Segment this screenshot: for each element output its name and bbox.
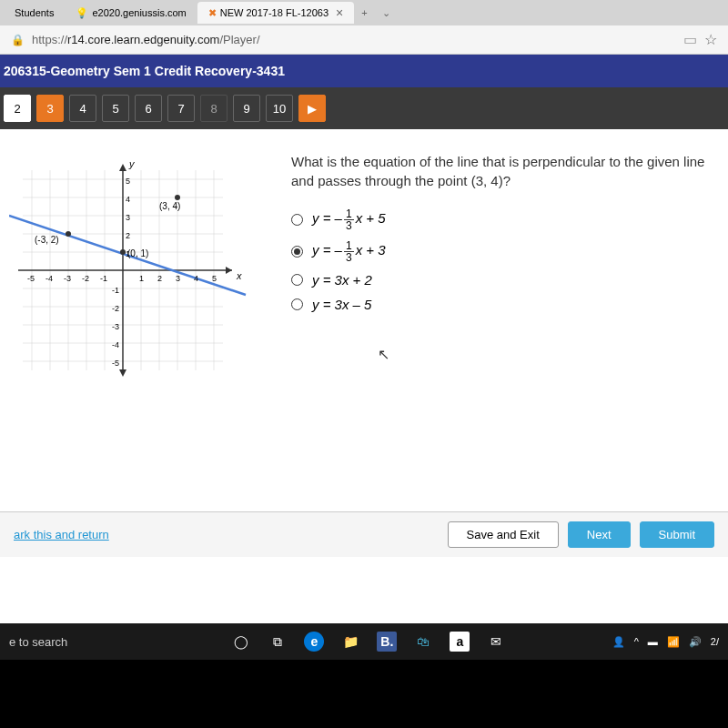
nav-item-2[interactable]: 2	[4, 95, 31, 122]
svg-text:5: 5	[212, 274, 217, 283]
svg-text:4: 4	[194, 274, 198, 283]
b-app-icon[interactable]: B.	[377, 632, 397, 652]
radio-c[interactable]	[291, 274, 303, 286]
answer-option-a[interactable]: y = –13x + 5	[291, 208, 719, 231]
svg-text:-5: -5	[112, 359, 119, 368]
folder-icon[interactable]: 📁	[340, 632, 360, 652]
svg-text:-2: -2	[112, 304, 119, 313]
volume-icon[interactable]: 🔊	[689, 636, 702, 648]
svg-text:-4: -4	[46, 274, 53, 283]
question-nav: 2 3 4 5 6 7 8 9 10 ▶	[0, 87, 728, 129]
svg-text:-4: -4	[112, 340, 119, 349]
nav-item-4[interactable]: 4	[69, 95, 96, 122]
nav-item-8[interactable]: 8	[200, 95, 228, 122]
answer-d-text: y = 3x – 5	[312, 297, 371, 312]
coordinate-graph: y x (-3, 2) (0, 1) (3, 4) 5 4 3 2 1 -1 -…	[9, 147, 255, 393]
mail-icon[interactable]: ✉	[486, 632, 506, 652]
cortana-icon[interactable]: ◯	[231, 632, 251, 652]
taskbar-search[interactable]: e to search	[9, 635, 67, 649]
nav-next-arrow[interactable]: ▶	[298, 95, 326, 122]
svg-text:-3: -3	[64, 274, 71, 283]
tab-dropdown-icon[interactable]: ⌄	[375, 7, 398, 19]
svg-text:(3, 4): (3, 4)	[159, 201, 180, 211]
taskview-icon[interactable]: ⧉	[268, 632, 288, 652]
next-button[interactable]: Next	[568, 521, 631, 548]
close-tab-icon[interactable]: ×	[336, 5, 343, 20]
radio-b[interactable]	[291, 246, 303, 258]
battery-icon[interactable]: ▬	[648, 636, 658, 647]
wifi-icon[interactable]: 📶	[667, 636, 680, 648]
nav-item-6[interactable]: 6	[135, 95, 162, 122]
svg-text:5: 5	[126, 177, 130, 186]
nav-item-3[interactable]: 3	[36, 95, 64, 122]
mark-return-link[interactable]: ark this and return	[14, 528, 109, 541]
people-icon[interactable]: 👤	[612, 636, 625, 648]
svg-marker-23	[119, 164, 126, 171]
question-text: What is the equation of the line that is…	[291, 152, 719, 190]
answer-c-text: y = 3x + 2	[312, 272, 372, 288]
store-icon[interactable]: 🛍	[413, 632, 433, 652]
submit-button[interactable]: Submit	[640, 521, 714, 548]
lock-icon: 🔒	[11, 34, 25, 46]
svg-text:4: 4	[126, 195, 130, 204]
course-title-bar: 206315-Geometry Sem 1 Credit Recovery-34…	[0, 55, 728, 87]
nav-item-10[interactable]: 10	[266, 95, 293, 122]
svg-text:2: 2	[157, 274, 162, 283]
svg-text:-1: -1	[100, 274, 107, 283]
svg-text:3: 3	[176, 274, 180, 283]
tab-e2020[interactable]: 💡 e2020.geniussis.com	[65, 4, 197, 23]
answer-option-d[interactable]: y = 3x – 5	[291, 297, 719, 312]
nav-item-7[interactable]: 7	[167, 95, 195, 122]
bookmark-star-icon[interactable]: ☆	[704, 31, 717, 48]
svg-text:-5: -5	[27, 274, 35, 283]
answer-option-c[interactable]: y = 3x + 2	[291, 272, 719, 288]
svg-text:-2: -2	[82, 274, 89, 283]
svg-marker-22	[226, 267, 232, 274]
tray-chevron-icon[interactable]: ^	[634, 636, 639, 647]
svg-point-28	[175, 195, 180, 200]
svg-text:x: x	[236, 270, 242, 281]
a-app-icon[interactable]: a	[450, 632, 470, 652]
svg-text:3: 3	[126, 213, 130, 222]
save-exit-button[interactable]: Save and Exit	[448, 521, 559, 548]
address-bar[interactable]: 🔒 https://r14.core.learn.edgenuity.com/P…	[0, 25, 728, 55]
clock[interactable]: 2/	[711, 636, 719, 647]
svg-point-26	[66, 231, 71, 237]
radio-a[interactable]	[291, 214, 303, 226]
browser-tabs: Students 💡 e2020.geniussis.com ✖ NEW 201…	[0, 0, 728, 25]
new-tab-button[interactable]: +	[354, 7, 374, 18]
nav-item-5[interactable]: 5	[102, 95, 129, 122]
svg-text:y: y	[128, 158, 136, 169]
system-tray[interactable]: 👤 ^ ▬ 📶 🔊 2/	[612, 636, 719, 648]
svg-text:1: 1	[126, 249, 130, 258]
edge-icon[interactable]: e	[304, 632, 324, 652]
tab-active[interactable]: ✖ NEW 2017-18 FL-12063 ×	[197, 2, 354, 24]
answer-option-b[interactable]: y = –13x + 3	[291, 240, 719, 263]
svg-text:1: 1	[139, 274, 144, 283]
svg-marker-24	[119, 369, 126, 377]
reader-icon[interactable]: ▭	[683, 31, 697, 48]
radio-d[interactable]	[291, 298, 303, 310]
url-text: https://r14.core.learn.edgenuity.com/Pla…	[32, 33, 676, 46]
svg-text:2: 2	[126, 231, 130, 240]
nav-item-9[interactable]: 9	[233, 95, 260, 122]
windows-taskbar: e to search ◯ ⧉ e 📁 B. 🛍 a ✉ 👤 ^ ▬ 📶 🔊 2…	[0, 623, 728, 660]
svg-text:(-3, 2): (-3, 2)	[35, 235, 59, 245]
answer-a-text: y = –13x + 5	[312, 208, 386, 231]
svg-text:-1: -1	[112, 286, 119, 295]
svg-text:(0, 1): (0, 1)	[127, 248, 148, 258]
svg-text:-3: -3	[112, 322, 119, 331]
bottom-action-bar: ark this and return Save and Exit Next S…	[0, 511, 728, 557]
answer-b-text: y = –13x + 3	[312, 240, 386, 263]
tab-students[interactable]: Students	[4, 4, 65, 22]
